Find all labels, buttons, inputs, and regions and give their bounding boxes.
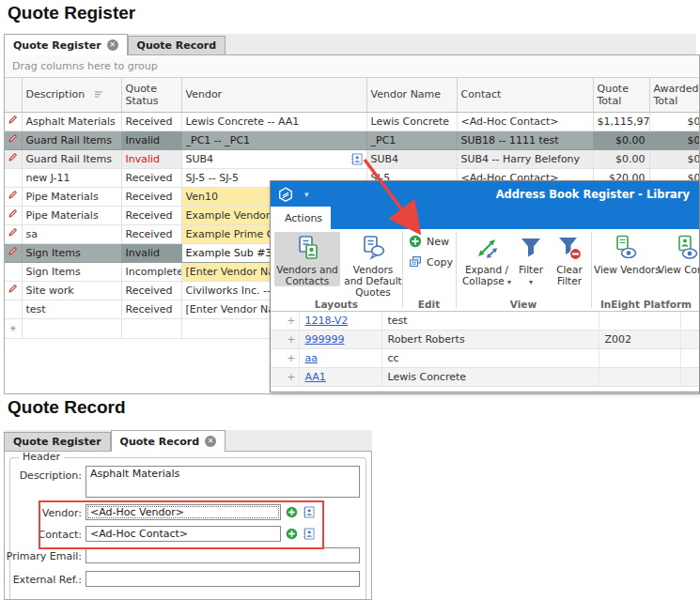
vendor-field[interactable] — [86, 504, 281, 520]
cell-sort-code: Z002 — [599, 331, 680, 349]
edited-indicator-icon — [8, 247, 18, 259]
cell-quote-status: Received — [121, 168, 181, 187]
vendor-code-link[interactable]: 999999 — [305, 333, 345, 346]
clear-filter-button[interactable]: Clear Filter — [549, 232, 590, 286]
vendor-code-link[interactable]: 1218-V2 — [305, 315, 349, 327]
close-tab-icon[interactable]: ✕ — [205, 436, 216, 447]
expand-row-icon[interactable]: + — [287, 352, 295, 364]
cell-sort-code — [599, 312, 680, 331]
copy-button[interactable]: Copy — [409, 255, 453, 269]
vendor-code-link[interactable]: aa — [305, 352, 318, 364]
view-contacts-button[interactable]: View Contacts — [658, 232, 700, 275]
sort-ascending-icon — [94, 89, 103, 101]
description-field[interactable] — [86, 466, 360, 498]
cell-description: Sign Items — [22, 262, 121, 281]
vendors-and-default-quotes-button[interactable]: Vendors and Default Quotes — [343, 232, 403, 298]
view-vendors-button[interactable]: View Vendors — [594, 232, 656, 275]
expand-collapse-button[interactable]: Expand / Collapse ▾ — [462, 232, 511, 288]
col-header-description[interactable]: Description — [22, 78, 121, 112]
cell-quote-status: Incomplete — [121, 262, 181, 281]
tab-quote-record[interactable]: Quote Record ✕ — [111, 430, 226, 452]
cell-vendor-code: 1218-V2 — [299, 312, 381, 331]
cell-quote-total: $1,115,975... — [593, 112, 649, 131]
cell-description: Guard Rail Items — [22, 131, 121, 149]
address-book-row[interactable]: + 1218-V2 test — [271, 312, 700, 331]
cell-quote-status: Invalid — [121, 131, 181, 149]
window-titlebar: ▾ Address Book Register - Library — [271, 181, 699, 207]
address-book-row[interactable]: + 999999 Robert Roberts Z002 — [271, 331, 700, 349]
col-header-vendor[interactable]: Vendor — [181, 78, 366, 112]
col-header-vendor-name[interactable]: Vendor Name — [366, 78, 457, 112]
col-header-contact[interactable]: Contact — [457, 78, 593, 112]
vendors-default-quotes-icon — [343, 234, 403, 264]
contact-address-book-icon[interactable] — [303, 528, 315, 540]
address-book-row[interactable]: + AA1 Lewis Concrete — [271, 368, 700, 387]
view-vendors-icon — [594, 234, 656, 264]
cell-contact: SUB18 -- 1111 test — [457, 131, 593, 149]
group-by-bar[interactable]: Drag columns here to group — [5, 55, 699, 78]
vendor-label: Vendor: — [5, 507, 82, 519]
clear-filter-icon — [549, 234, 590, 264]
quote-row[interactable]: ✳ Guard Rail Items Invalid _PC1 -- _PC1 … — [5, 131, 700, 149]
cell-vendor-name: SUB4 — [366, 149, 457, 168]
cell-quote-status: Invalid — [121, 149, 181, 168]
edited-indicator-icon — [8, 115, 18, 128]
expand-row-icon[interactable]: + — [287, 315, 295, 327]
filter-button[interactable]: Filter ▾ — [514, 232, 548, 288]
col-header-quote-status[interactable]: Quote Status — [121, 78, 181, 112]
filter-icon — [514, 234, 548, 264]
close-tab-icon[interactable]: ✕ — [107, 39, 118, 51]
quick-access-dropdown-icon[interactable]: ▾ — [304, 190, 309, 199]
group-label-view: View — [456, 299, 591, 310]
cell-vendor: Lewis Concrete -- AA1 — [181, 112, 366, 131]
tab-label: Quote Record — [120, 436, 200, 448]
dropdown-caret-icon: ▾ — [507, 278, 511, 286]
group-separator — [456, 232, 457, 308]
tab-quote-register[interactable]: Quote Register ✕ — [4, 34, 128, 55]
cell-quote-status — [121, 318, 181, 338]
tab-quote-register[interactable]: Quote Register — [4, 432, 111, 451]
expand-row-icon[interactable]: + — [287, 371, 295, 383]
primary-email-field[interactable] — [86, 547, 360, 563]
row-indicator-header — [5, 78, 22, 112]
edited-indicator-icon — [8, 285, 18, 297]
vendors-and-contacts-button[interactable]: Vendors and Contacts — [274, 232, 340, 286]
register-tabstrip: Quote Register ✕ Quote Record — [4, 34, 696, 54]
cell-description: Pipe Materials — [22, 187, 121, 206]
register-page-title: Quote Register — [8, 3, 135, 23]
record-page-title: Quote Record — [8, 397, 126, 418]
cell-quote-status: Received — [121, 224, 181, 243]
expand-row-icon[interactable]: + — [287, 333, 295, 346]
quote-row[interactable]: ✳ Asphalt Materials Received Lewis Concr… — [5, 112, 700, 131]
cell-description: Asphalt Materials — [22, 112, 121, 131]
address-book-picker-icon[interactable] — [350, 153, 363, 165]
vendors-contacts-icon — [274, 234, 340, 264]
external-ref-field[interactable] — [86, 571, 360, 587]
ribbon: Vendors and Contacts Vendors and Default… — [271, 229, 699, 312]
edited-indicator-icon — [8, 134, 18, 146]
add-vendor-icon[interactable] — [286, 506, 298, 518]
vendor-address-book-icon[interactable] — [303, 506, 315, 518]
contact-field[interactable] — [86, 526, 281, 542]
vendor-code-link[interactable]: AA1 — [305, 371, 326, 383]
address-book-row[interactable]: + aa cc — [271, 349, 700, 368]
tab-quote-record[interactable]: Quote Record — [128, 36, 226, 54]
tab-actions[interactable]: Actions — [277, 207, 330, 229]
grid-header-row: Description Quote Status Vendor Vendor N… — [5, 78, 700, 112]
cell-quote-status: Received — [121, 112, 181, 131]
dropdown-caret-icon: ▾ — [529, 278, 533, 286]
cell-vendor-name: Robert Roberts — [381, 331, 599, 349]
cell-vendor-code: AA1 — [299, 368, 381, 387]
ineight-logo-icon — [278, 187, 293, 202]
add-contact-icon[interactable] — [286, 528, 298, 540]
cell-description: new J-11 — [22, 168, 121, 187]
window-title: Address Book Register - Library — [496, 188, 692, 201]
quote-row[interactable]: ✳ Guard Rail Items Invalid SUB4 SUB4 SUB… — [5, 149, 700, 168]
cell-contact: <Ad-Hoc Contact> — [457, 112, 593, 131]
col-header-quote-total[interactable]: Quote Total — [593, 78, 649, 112]
cell-quote-status: Received — [121, 206, 181, 224]
group-label-edit: Edit — [402, 299, 456, 310]
col-header-awarded-total[interactable]: Awarded Total — [649, 78, 700, 112]
expand-collapse-icon — [462, 234, 511, 264]
new-button[interactable]: New — [409, 235, 449, 248]
